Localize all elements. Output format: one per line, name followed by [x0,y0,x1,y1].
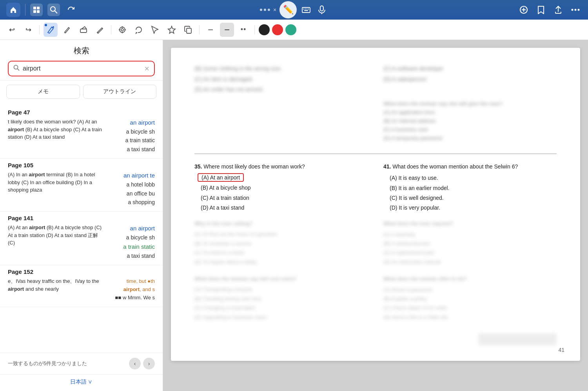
result-text: e、IVas heavy traffic on the、IVay to the … [8,277,104,302]
search-icon-button[interactable] [47,4,60,16]
svg-point-19 [578,9,580,11]
divider-1 [194,154,557,154]
doc-col-left-main: 35. Where most likely does the woman wor… [194,162,368,322]
nav-prev-button[interactable]: ‹ [129,358,141,369]
add-icon-button[interactable] [517,4,530,16]
result-page-label: Page 141 [8,215,155,221]
search-input[interactable] [23,65,141,72]
color-red[interactable] [272,24,283,35]
top-bar-right [517,4,582,16]
eraser-button[interactable] [76,23,91,37]
result-body: (A) In an airport terminal (B) In a hote… [8,171,155,206]
color-black[interactable] [259,24,270,35]
close-button[interactable]: × [273,7,276,13]
q41-option-a: (A) It is easy to use. [390,173,557,183]
blurred-q40: What does the woman say she will give th… [383,100,557,143]
marker-button[interactable] [93,23,107,37]
q35-option-a: (A) At an airport [198,173,368,182]
undo-button[interactable]: ↩ [5,23,19,37]
lasso-button[interactable] [132,23,146,37]
minus-button[interactable]: − [203,23,218,37]
copy-button[interactable] [181,23,195,37]
separator-2 [111,25,111,34]
search-box: ✕ [8,61,155,76]
pen-tool-button[interactable] [44,23,58,37]
minus-active-button[interactable]: − [220,23,234,37]
language-section: 日本語 ∨ [0,374,163,391]
doc-col-left-blurred [194,100,368,143]
result-body: (A) At an airport (B) At a bicycle shop … [8,224,155,260]
search-results: Page 47 t likely does the woman work? (A… [0,103,163,353]
color-teal[interactable] [285,24,296,35]
separator-1 [39,25,40,34]
select-button[interactable] [148,23,162,37]
home-button[interactable] [6,3,20,17]
page-number: 41 [558,347,564,353]
q35-option-b: (B) At a bicycle shop [201,183,368,193]
q41-option-d: (D) It is very popular. [390,203,557,213]
svg-rect-12 [320,6,323,11]
bookmark-icon-button[interactable] [535,4,547,16]
result-body: t likely does the woman work? (A) At an … [8,118,155,154]
doc-col-right-main: 41. What does the woman mention about th… [383,162,557,322]
document-page: (B) Some clothing is the wrong size. (C)… [171,48,580,361]
svg-rect-0 [33,7,36,9]
tab-outline[interactable]: アウトライン [83,85,157,99]
main-content: 検索 ✕ メモ アウトライン Page 47 t li [0,40,588,391]
result-preview: an airport te a hotel lobb an office bu … [104,171,155,206]
result-text: t likely does the woman work? (A) At an … [8,118,104,154]
blurred-q-left-2: What does the woman say will cost extra?… [194,274,368,322]
blurred-q-right-2: What does the woman offer to do? (A) Res… [383,274,557,322]
tab-memo[interactable]: メモ [6,85,80,99]
svg-line-5 [55,11,58,14]
keyboard-icon-button[interactable] [300,4,312,16]
svg-point-18 [575,9,577,11]
result-text: (A) At an airport (B) At a bicycle shop … [8,224,104,260]
result-item-page141[interactable]: Page 141 (A) At an airport (B) At a bicy… [0,212,163,265]
svg-rect-3 [37,10,40,13]
target-button[interactable] [115,23,129,37]
more-icon-button[interactable] [569,4,582,16]
redo-button[interactable]: ↪ [21,23,35,37]
pencil-tool-button[interactable] [60,23,74,37]
svg-point-24 [121,29,123,31]
top-bar-left [6,3,77,17]
result-item-page105[interactable]: Page 105 (A) In an airport terminal (B) … [0,159,163,212]
separator-4 [254,25,255,34]
blurred-q-right: What does the man request? (A) A warrant… [383,219,557,266]
star-button[interactable] [165,23,179,37]
document-area: (B) Some clothing is the wrong size. (C)… [163,40,588,391]
nav-next-button[interactable]: › [143,358,155,369]
more-dots-button[interactable]: •• [236,23,250,37]
q35-text: 35. Where most likely does the woman wor… [194,162,368,172]
doc-top-section: (B) Some clothing is the wrong size. (C)… [194,63,557,95]
result-preview: time, but ●th airport, and s ■■ w Mmm. W… [104,277,155,302]
dot-2 [264,9,266,11]
language-button[interactable]: 日本語 ∨ [8,378,155,386]
result-text: (A) In an airport terminal (B) In a hote… [8,171,104,206]
match-count: 一致するものが5件見つかりました [8,360,87,367]
share-icon-button[interactable] [552,4,564,16]
search-clear-button[interactable]: ✕ [144,65,149,72]
sidebar-header: 検索 ✕ [0,40,163,81]
microphone-icon-button[interactable] [316,4,328,16]
dot-1 [260,9,262,11]
tab-row: メモ アウトライン [0,81,163,103]
doc-mid-blurred: What does the woman say she will give th… [194,100,557,143]
result-item-page152[interactable]: Page 152 e、IVas heavy traffic on the、IVa… [0,265,163,307]
svg-rect-1 [37,7,40,9]
result-preview: an airport a bicycle sh a train static a… [104,224,155,260]
top-bar: × ✏️ [0,0,588,20]
separator-3 [199,25,200,34]
q35-option-d: (D) At a taxi stand [201,203,368,213]
result-body: e、IVas heavy traffic on the、IVay to the … [8,277,155,302]
refresh-icon-button[interactable] [65,4,77,16]
sidebar-footer: 一致するものが5件見つかりました ‹ › [0,353,163,374]
pencil-tool-button[interactable]: ✏️ [279,1,297,18]
sidebar-title: 検索 [8,45,155,56]
grid-icon-button[interactable] [30,4,43,16]
result-item-page47[interactable]: Page 47 t likely does the woman work? (A… [0,106,163,159]
svg-rect-30 [187,28,191,33]
question-35: 35. Where most likely does the woman wor… [194,162,368,213]
question-41: 41. What does the woman mention about th… [383,162,557,213]
